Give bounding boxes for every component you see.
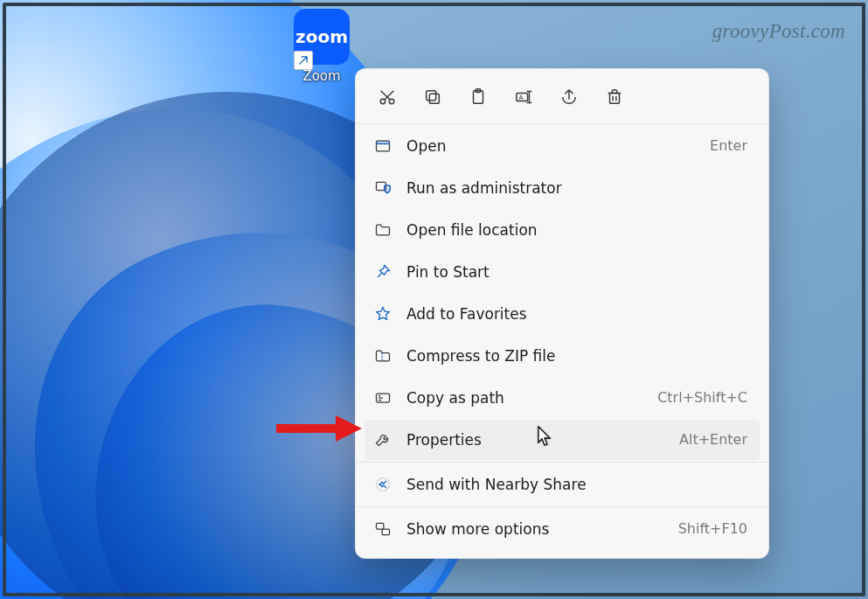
svg-rect-15 xyxy=(382,529,389,535)
folder-icon xyxy=(373,220,392,240)
share-button[interactable] xyxy=(548,80,590,115)
svg-point-0 xyxy=(380,99,385,104)
menu-copy-path[interactable]: Copy as path Ctrl+Shift+C xyxy=(365,378,760,418)
menu-open-location[interactable]: Open file location xyxy=(365,210,760,250)
menu-run-admin[interactable]: Run as administrator xyxy=(365,168,760,208)
menu-properties[interactable]: Properties Alt+Enter xyxy=(365,420,760,460)
svg-rect-2 xyxy=(429,94,439,103)
menu-open[interactable]: Open Enter xyxy=(365,126,760,166)
menu-properties-label: Properties xyxy=(406,431,679,449)
menu-pin-to-start[interactable]: Pin to Start xyxy=(365,252,760,292)
zip-folder-icon xyxy=(373,346,392,366)
app-window-icon xyxy=(373,136,392,156)
context-menu-toolbar: A xyxy=(361,78,763,123)
menu-more-options[interactable]: Show more options Shift+F10 xyxy=(365,509,760,549)
menu-add-favorites[interactable]: Add to Favorites xyxy=(365,294,760,334)
menu-nearby-share-label: Send with Nearby Share xyxy=(406,476,747,493)
menu-properties-hotkey: Alt+Enter xyxy=(679,431,747,448)
menu-open-label: Open xyxy=(406,137,710,155)
menu-more-options-hotkey: Shift+F10 xyxy=(678,520,747,537)
menu-compress-zip[interactable]: Compress to ZIP file xyxy=(365,336,760,376)
copy-path-icon xyxy=(373,388,392,407)
copy-button[interactable] xyxy=(412,80,454,115)
shield-admin-icon xyxy=(373,178,392,198)
menu-copy-path-label: Copy as path xyxy=(406,389,657,407)
menu-add-favorites-label: Add to Favorites xyxy=(406,305,747,323)
svg-rect-3 xyxy=(427,91,436,101)
cut-button[interactable] xyxy=(366,80,408,115)
menu-pin-to-start-label: Pin to Start xyxy=(406,263,747,281)
more-options-icon xyxy=(373,519,392,539)
menu-open-hotkey: Enter xyxy=(710,137,747,154)
svg-text:A: A xyxy=(519,94,524,101)
menu-more-options-label: Show more options xyxy=(406,520,678,538)
rename-button[interactable]: A xyxy=(503,80,545,115)
menu-nearby-share[interactable]: Send with Nearby Share xyxy=(365,464,760,505)
menu-open-location-label: Open file location xyxy=(406,221,747,239)
desktop-shortcut-zoom[interactable]: zoom Zoom xyxy=(278,9,365,84)
context-menu: A Open Enter Run as administrator Open f… xyxy=(355,68,769,559)
menu-run-admin-label: Run as administrator xyxy=(406,179,747,197)
svg-rect-14 xyxy=(377,523,384,529)
star-icon xyxy=(373,304,392,324)
paste-button[interactable] xyxy=(457,80,499,115)
nearby-share-icon xyxy=(373,475,392,494)
delete-button[interactable] xyxy=(594,80,635,115)
shortcut-badge-icon xyxy=(294,51,313,70)
desktop-shortcut-label: Zoom xyxy=(278,68,365,84)
svg-point-13 xyxy=(377,478,390,491)
svg-rect-10 xyxy=(377,141,390,143)
pin-icon xyxy=(373,262,392,282)
svg-rect-8 xyxy=(610,93,620,103)
menu-compress-zip-label: Compress to ZIP file xyxy=(406,347,747,365)
wrench-icon xyxy=(373,430,392,449)
menu-copy-path-hotkey: Ctrl+Shift+C xyxy=(657,389,747,406)
svg-point-1 xyxy=(389,99,394,104)
